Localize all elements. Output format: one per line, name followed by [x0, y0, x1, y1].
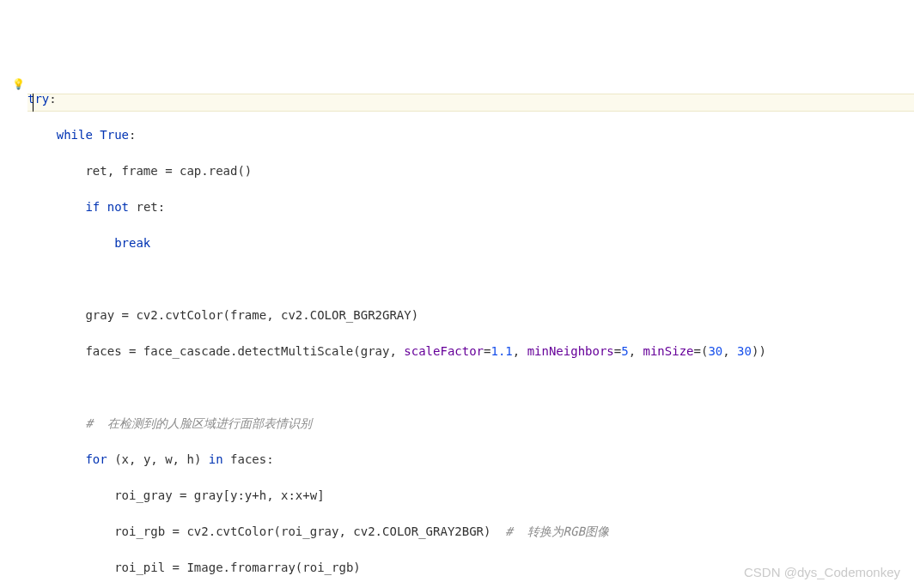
code-line: gray = cv2.cvtColor(frame, cv2.COLOR_BGR…: [27, 306, 914, 324]
code-area[interactable]: try: while True: ret, frame = cap.read()…: [27, 0, 914, 588]
code-line: ret, frame = cap.read(): [27, 162, 914, 180]
code-line: faces = face_cascade.detectMultiScale(gr…: [27, 342, 914, 361]
code-line: roi_gray = gray[y:y+h, x:x+w]: [27, 487, 914, 505]
code-line: while True:: [27, 126, 914, 144]
watermark: CSDN @dys_Codemonkey: [744, 563, 900, 581]
code-line: break: [27, 234, 914, 252]
cursor: [33, 94, 34, 112]
code-line: if not ret:: [27, 198, 914, 216]
code-line: for (x, y, w, h) in faces:: [27, 451, 914, 469]
code-line: [27, 379, 914, 397]
code-content: try: while True: ret, frame = cap.read()…: [27, 72, 914, 588]
code-editor[interactable]: 💡 try: while True: ret, frame = cap.read…: [0, 0, 914, 588]
code-line: # 在检测到的人脸区域进行面部表情识别: [27, 415, 914, 433]
code-line: roi_rgb = cv2.cvtColor(roi_gray, cv2.COL…: [27, 523, 914, 541]
code-line: try:: [27, 90, 914, 108]
lightbulb-icon: 💡: [12, 76, 25, 94]
gutter: 💡: [0, 0, 27, 588]
code-line: [27, 270, 914, 288]
